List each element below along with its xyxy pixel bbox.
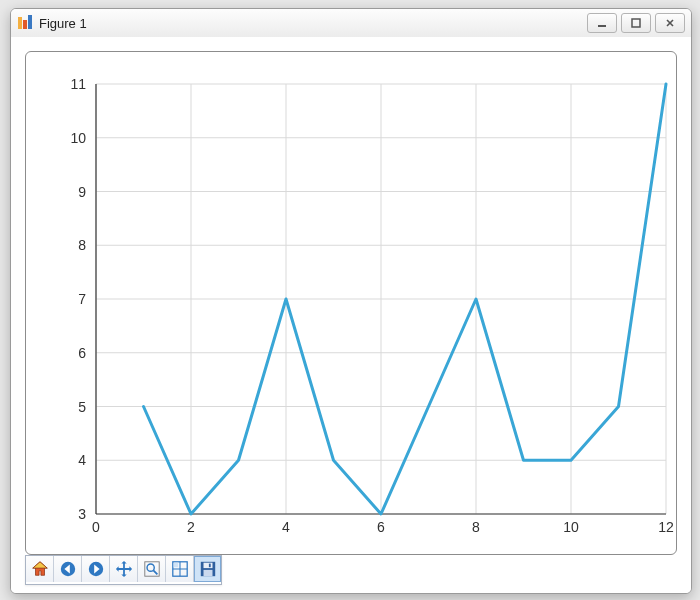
forward-button[interactable] [82, 556, 110, 582]
navigation-toolbar [25, 555, 222, 585]
plot-frame: 02468101234567891011 [25, 51, 677, 555]
svg-text:4: 4 [78, 452, 86, 468]
client-area: 02468101234567891011 [11, 37, 691, 593]
window-controls [587, 13, 685, 33]
app-icon [17, 15, 33, 31]
subplots-icon [171, 560, 189, 578]
svg-text:10: 10 [70, 130, 86, 146]
svg-text:8: 8 [472, 519, 480, 535]
subplots-button[interactable] [166, 556, 194, 582]
minimize-button[interactable] [587, 13, 617, 33]
svg-text:6: 6 [377, 519, 385, 535]
svg-rect-53 [208, 564, 210, 568]
svg-text:6: 6 [78, 345, 86, 361]
svg-text:0: 0 [92, 519, 100, 535]
svg-text:3: 3 [78, 506, 86, 522]
svg-rect-2 [28, 15, 32, 29]
svg-text:8: 8 [78, 237, 86, 253]
svg-rect-1 [23, 20, 27, 29]
svg-rect-51 [203, 563, 212, 568]
svg-text:7: 7 [78, 291, 86, 307]
back-button[interactable] [54, 556, 82, 582]
home-button[interactable] [26, 556, 54, 582]
close-button[interactable] [655, 13, 685, 33]
home-icon [31, 560, 49, 578]
svg-text:4: 4 [282, 519, 290, 535]
save-icon [199, 560, 217, 578]
move-icon [115, 560, 133, 578]
svg-point-44 [147, 564, 154, 571]
arrow-left-icon [59, 560, 77, 578]
svg-text:2: 2 [187, 519, 195, 535]
arrow-right-icon [87, 560, 105, 578]
titlebar: Figure 1 [11, 9, 691, 38]
svg-rect-0 [18, 17, 22, 29]
save-button[interactable] [194, 556, 221, 582]
svg-text:9: 9 [78, 184, 86, 200]
svg-rect-4 [632, 19, 640, 27]
svg-rect-52 [203, 570, 212, 576]
zoom-icon [143, 560, 161, 578]
svg-rect-49 [173, 563, 178, 568]
pan-button[interactable] [110, 556, 138, 582]
window-title: Figure 1 [39, 16, 87, 31]
svg-text:10: 10 [563, 519, 579, 535]
svg-text:11: 11 [70, 76, 86, 92]
svg-line-45 [153, 570, 157, 574]
svg-text:5: 5 [78, 399, 86, 415]
maximize-button[interactable] [621, 13, 651, 33]
svg-rect-3 [598, 25, 606, 27]
line-chart: 02468101234567891011 [26, 52, 676, 554]
zoom-button[interactable] [138, 556, 166, 582]
svg-text:12: 12 [658, 519, 674, 535]
figure-window: Figure 1 02468101234567891011 [10, 8, 692, 594]
